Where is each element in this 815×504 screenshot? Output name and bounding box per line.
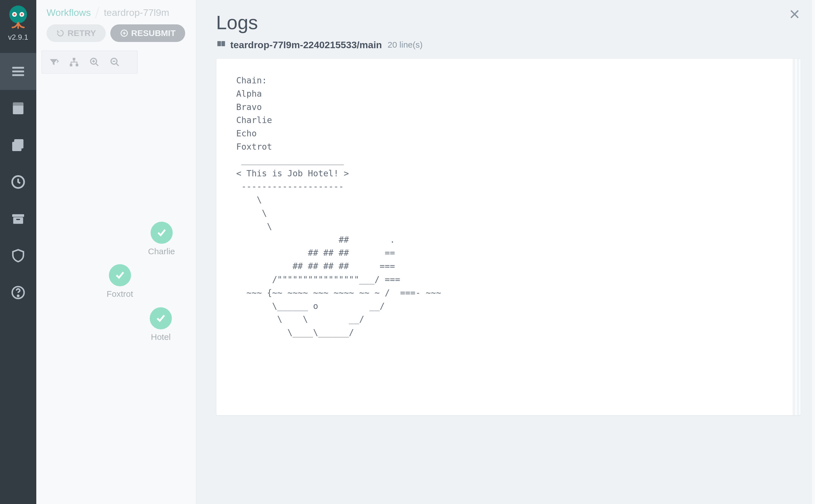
svg-rect-6 xyxy=(12,71,24,73)
logs-output[interactable]: Chain: Alpha Bravo Charlie Echo Foxtrot … xyxy=(216,58,801,416)
nav-security[interactable] xyxy=(0,237,36,274)
close-button[interactable] xyxy=(788,8,801,20)
svg-rect-25 xyxy=(221,41,225,46)
svg-point-4 xyxy=(21,13,23,15)
app-version: v2.9.1 xyxy=(8,33,28,42)
sidebar: v2.9.1 xyxy=(0,0,36,504)
nav-file[interactable] xyxy=(0,90,36,127)
svg-rect-9 xyxy=(13,102,23,106)
logs-text: Chain: Alpha Bravo Charlie Echo Foxtrot … xyxy=(236,74,781,339)
svg-point-17 xyxy=(18,295,19,297)
logs-subheader: teardrop-77l9m-2240215533/main 20 line(s… xyxy=(196,39,812,58)
svg-rect-13 xyxy=(12,214,24,217)
main-area: Workflows teardrop-77l9m RETRY RESUBMIT xyxy=(36,0,815,504)
svg-rect-11 xyxy=(12,142,22,151)
logs-title: Logs xyxy=(196,0,812,39)
svg-rect-7 xyxy=(12,74,24,76)
nav-workflows[interactable] xyxy=(0,53,36,90)
nav-archive[interactable] xyxy=(0,200,36,237)
logs-panel: Logs teardrop-77l9m-2240215533/main 20 l… xyxy=(196,0,812,504)
container-icon xyxy=(216,39,226,51)
logs-container-name: teardrop-77l9m-2240215533/main xyxy=(230,39,382,50)
nav-files[interactable] xyxy=(0,127,36,164)
svg-rect-15 xyxy=(16,219,20,220)
close-icon xyxy=(788,8,801,20)
nav-history[interactable] xyxy=(0,164,36,200)
svg-rect-5 xyxy=(12,67,24,69)
svg-point-3 xyxy=(13,13,15,15)
svg-rect-24 xyxy=(217,41,221,46)
svg-rect-14 xyxy=(13,217,23,224)
nav-help[interactable] xyxy=(0,274,36,311)
app-logo xyxy=(3,2,33,32)
svg-point-0 xyxy=(9,6,27,24)
logs-line-count: 20 line(s) xyxy=(387,40,423,50)
